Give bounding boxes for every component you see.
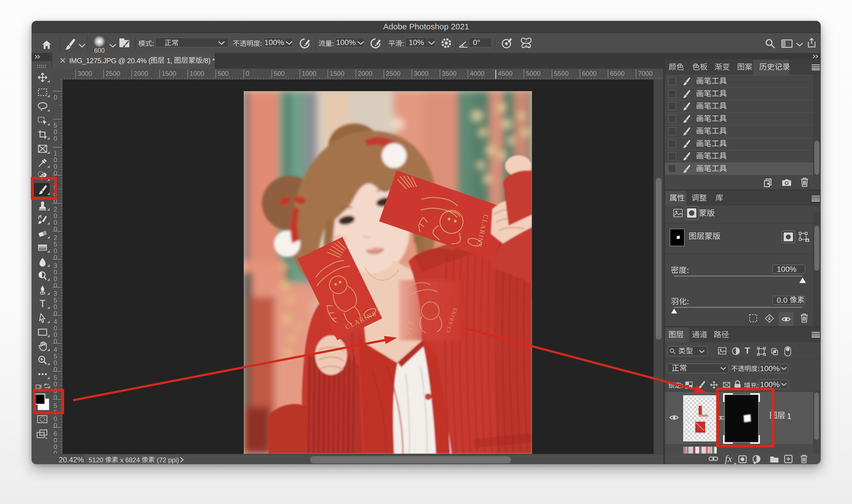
svg-text:0: 0	[54, 94, 57, 101]
svg-text:5: 5	[54, 296, 57, 304]
svg-text:1: 1	[54, 178, 57, 185]
svg-text:0: 0	[54, 422, 57, 429]
svg-text:2500: 2500	[386, 70, 400, 77]
svg-text:4000: 4000	[470, 70, 485, 77]
svg-text:0: 0	[54, 275, 57, 283]
svg-text:5: 5	[54, 402, 57, 409]
svg-text:4: 4	[54, 346, 57, 353]
svg-text:5500: 5500	[554, 70, 568, 77]
svg-text:0: 0	[54, 254, 57, 261]
svg-text:0: 0	[54, 436, 57, 444]
svg-text:1500: 1500	[330, 70, 344, 77]
svg-text:1: 1	[54, 150, 57, 157]
svg-text:1000: 1000	[190, 70, 204, 77]
svg-text:0: 0	[54, 212, 57, 220]
svg-text:0: 0	[54, 226, 57, 233]
svg-text:1000: 1000	[302, 70, 316, 77]
svg-text:T: T	[39, 299, 46, 309]
svg-text:fx: fx	[725, 454, 732, 464]
svg-text:0: 0	[54, 450, 57, 454]
svg-text:0: 0	[54, 394, 57, 401]
svg-text:4: 4	[54, 318, 57, 325]
svg-text:0: 0	[54, 128, 57, 136]
svg-text:4500: 4500	[498, 70, 512, 77]
svg-text:2: 2	[54, 234, 57, 241]
svg-text:0: 0	[54, 303, 57, 310]
svg-text:0: 0	[54, 282, 57, 289]
svg-text:2: 2	[54, 205, 57, 213]
svg-text:0: 0	[54, 268, 57, 276]
svg-text:0: 0	[54, 366, 57, 373]
svg-text:0: 0	[54, 415, 57, 422]
svg-text:5: 5	[54, 409, 57, 416]
svg-text:2000: 2000	[358, 70, 372, 77]
svg-text:6: 6	[54, 430, 57, 437]
svg-text:500: 500	[274, 70, 285, 77]
svg-text:3500: 3500	[442, 70, 456, 77]
svg-text:500: 500	[218, 70, 229, 77]
svg-text:0: 0	[54, 247, 57, 254]
svg-text:0: 0	[54, 163, 57, 170]
svg-text:0: 0	[54, 191, 57, 198]
svg-text:0: 0	[54, 324, 57, 332]
svg-text:3: 3	[54, 290, 57, 297]
svg-text:5: 5	[54, 374, 57, 381]
svg-text:0: 0	[54, 219, 57, 226]
svg-text:6000: 6000	[582, 70, 596, 77]
svg-text:0: 0	[54, 331, 57, 339]
svg-text:3000: 3000	[414, 70, 429, 77]
svg-text:7000: 7000	[638, 70, 652, 77]
svg-text:5: 5	[54, 184, 57, 192]
svg-text:0: 0	[54, 197, 57, 205]
svg-text:3: 3	[54, 262, 57, 269]
svg-text:2000: 2000	[134, 70, 148, 77]
svg-text:0: 0	[54, 135, 57, 142]
svg-text:5: 5	[54, 122, 57, 129]
svg-text:5000: 5000	[526, 70, 541, 77]
svg-text:3000: 3000	[77, 70, 92, 77]
svg-text:5: 5	[54, 240, 57, 248]
svg-text:0: 0	[54, 310, 57, 317]
svg-text:2500: 2500	[106, 70, 120, 77]
svg-text:1500: 1500	[162, 70, 176, 77]
svg-text:0: 0	[54, 443, 57, 450]
svg-text:0: 0	[54, 338, 57, 345]
svg-text:5: 5	[54, 353, 57, 360]
svg-text:6500: 6500	[610, 70, 624, 77]
svg-text:0: 0	[54, 169, 57, 177]
svg-text:0: 0	[54, 359, 57, 366]
svg-text:0: 0	[54, 156, 57, 164]
svg-text:0: 0	[246, 70, 249, 77]
svg-text:0: 0	[54, 387, 57, 394]
svg-text:0: 0	[54, 380, 57, 388]
